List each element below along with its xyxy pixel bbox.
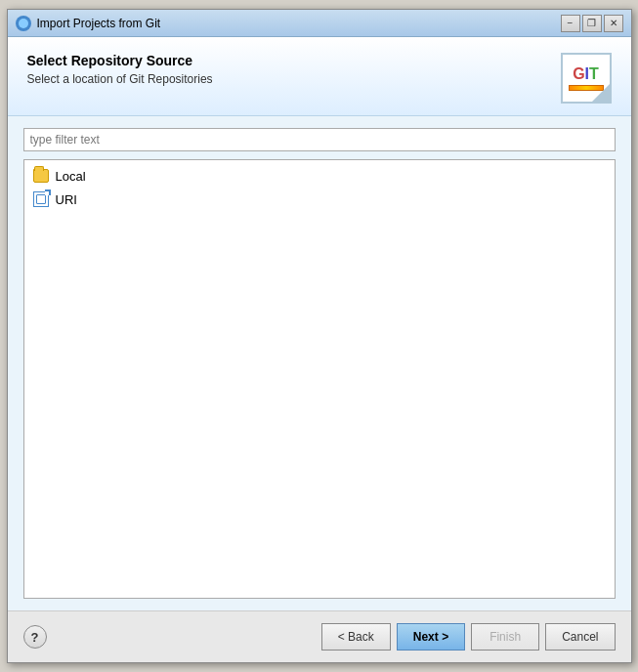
- back-button[interactable]: < Back: [321, 623, 391, 651]
- header-subtitle: Select a location of Git Repositories: [27, 72, 551, 86]
- header-title: Select Repository Source: [27, 53, 551, 68]
- git-icon-text: GIT: [573, 66, 599, 82]
- finish-button[interactable]: Finish: [471, 623, 539, 651]
- restore-button[interactable]: ❐: [582, 15, 602, 32]
- body-section: Local URI: [8, 116, 631, 610]
- list-item-local[interactable]: Local: [24, 164, 615, 188]
- window-title: Import Projects from Git: [37, 17, 561, 30]
- title-bar: Import Projects from Git − ❐ ✕: [8, 10, 631, 37]
- header-section: Select Repository Source Select a locati…: [8, 37, 631, 116]
- uri-label: URI: [56, 192, 77, 207]
- cancel-button[interactable]: Cancel: [545, 623, 615, 651]
- window-controls: − ❐ ✕: [561, 15, 623, 32]
- git-letter-t: T: [589, 65, 599, 82]
- close-button[interactable]: ✕: [604, 15, 623, 32]
- dialog-window: Import Projects from Git − ❐ ✕ Select Re…: [7, 9, 632, 663]
- repository-list: Local URI: [23, 159, 616, 599]
- local-label: Local: [56, 169, 86, 184]
- git-letter-g: G: [573, 65, 584, 82]
- git-icon: GIT: [561, 53, 612, 104]
- folder-icon: [32, 167, 50, 185]
- git-icon-triangle: [591, 83, 611, 103]
- footer-buttons: < Back Next > Finish Cancel: [321, 623, 616, 651]
- footer-section: ? < Back Next > Finish Cancel: [8, 610, 631, 662]
- list-item-uri[interactable]: URI: [24, 188, 615, 211]
- content-area: Select Repository Source Select a locati…: [8, 37, 631, 610]
- next-button[interactable]: Next >: [397, 623, 465, 651]
- help-button[interactable]: ?: [23, 625, 47, 649]
- minimize-button[interactable]: −: [561, 15, 580, 32]
- filter-input[interactable]: [23, 128, 616, 151]
- header-text: Select Repository Source Select a locati…: [27, 53, 551, 86]
- window-icon: [16, 16, 31, 31]
- uri-icon: [32, 190, 50, 208]
